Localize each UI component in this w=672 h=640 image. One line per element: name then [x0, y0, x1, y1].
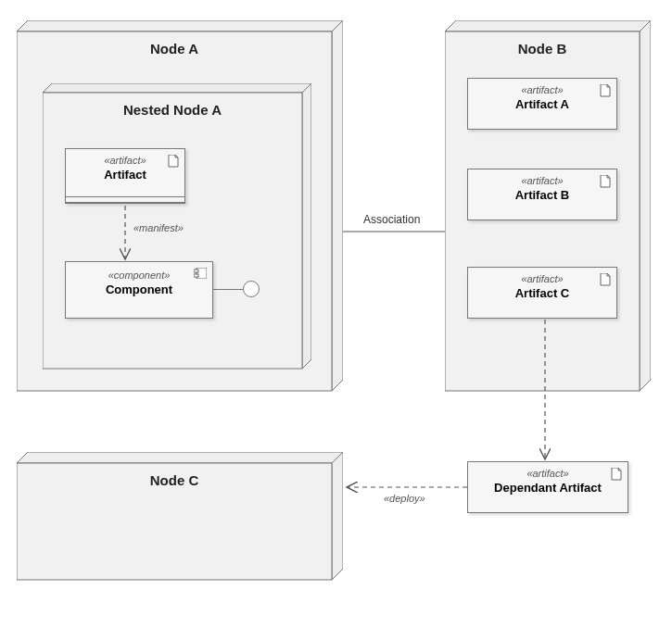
diagram-canvas: Node A Nested Node A «artifact» Artifact…	[0, 0, 672, 640]
node-b: Node B «artifact» Artifact A «artifact» …	[445, 20, 640, 391]
artifact-a-stereotype: «artifact»	[468, 79, 616, 95]
artifact-name: Artifact	[66, 166, 184, 189]
document-icon	[600, 273, 611, 286]
svg-rect-8	[194, 274, 198, 277]
artifact-b-stereotype: «artifact»	[468, 169, 616, 186]
node-a-title: Node A	[17, 41, 332, 56]
artifact-a: «artifact» Artifact A	[467, 78, 617, 130]
artifact-stereotype: «artifact»	[66, 149, 184, 166]
association-label: Association	[363, 213, 420, 226]
artifact-in-nested: «artifact» Artifact	[65, 148, 185, 204]
component-box: «component» Component	[65, 261, 213, 319]
nested-node-a-title: Nested Node A	[43, 102, 302, 118]
node-c-title: Node C	[17, 472, 332, 488]
interface-circle-icon	[243, 281, 260, 297]
interface-line	[213, 289, 243, 290]
artifact-a-name: Artifact A	[468, 95, 616, 119]
node-a: Node A Nested Node A «artifact» Artifact…	[17, 20, 332, 391]
artifact-compartment-line	[66, 196, 184, 197]
artifact-b-name: Artifact B	[468, 186, 616, 209]
deploy-label: «deploy»	[384, 493, 425, 504]
artifact-c-name: Artifact C	[468, 284, 616, 307]
component-name: Component	[66, 281, 212, 298]
manifest-label: «manifest»	[133, 222, 184, 233]
node-c: Node C	[17, 452, 332, 580]
artifact-c-stereotype: «artifact»	[468, 268, 616, 284]
component-stereotype: «component»	[66, 262, 212, 281]
svg-rect-7	[194, 270, 198, 272]
dependant-artifact: «artifact» Dependant Artifact	[467, 461, 628, 513]
document-icon	[600, 175, 611, 188]
document-icon	[600, 84, 611, 97]
component-icon	[194, 268, 207, 279]
document-icon	[168, 155, 179, 168]
artifact-compartment-line2	[66, 202, 184, 203]
node-b-title: Node B	[445, 41, 640, 56]
artifact-c: «artifact» Artifact C	[467, 267, 617, 319]
artifact-b: «artifact» Artifact B	[467, 169, 617, 220]
dependant-stereotype: «artifact»	[468, 462, 628, 479]
dependant-name: Dependant Artifact	[468, 479, 628, 502]
document-icon	[611, 468, 622, 481]
